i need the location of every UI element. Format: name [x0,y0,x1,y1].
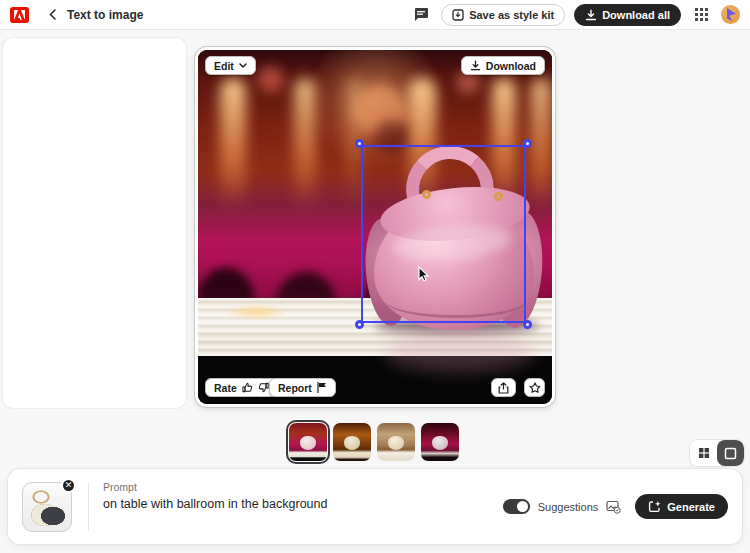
close-icon[interactable]: ✕ [61,478,76,493]
download-button[interactable]: Download [461,56,545,75]
download-label: Download [486,60,536,72]
thumbnail-variation-2[interactable] [333,423,371,461]
thumbnail-variation-1[interactable] [289,423,327,461]
selection-handle-top-left[interactable] [355,139,364,148]
save-style-kit-button[interactable]: Save as style kit [441,4,565,26]
prompt-field[interactable]: Prompt on table with ballroom in the bac… [103,479,327,511]
prompt-bar: ✕ Prompt on table with ballroom in the b… [8,469,742,544]
divider [88,483,89,531]
image-check-icon[interactable] [606,500,621,514]
user-avatar[interactable] [721,5,740,24]
generate-button[interactable]: Generate [635,494,728,519]
flag-icon [317,382,327,393]
share-icon [498,382,509,394]
share-button[interactable] [491,378,516,397]
adjacent-image-card[interactable] [3,38,186,408]
pointer-cursor [418,266,431,283]
page-title: Text to image [67,8,143,22]
firefly-app: Text to image Save as style kit Download… [0,0,750,553]
variation-thumbnails [289,423,459,461]
back-button[interactable] [43,6,61,24]
selection-box[interactable] [361,145,526,323]
edit-button[interactable]: Edit [205,56,256,75]
apps-grid-icon[interactable] [690,4,712,26]
generate-label: Generate [667,501,715,513]
download-all-button[interactable]: Download all [574,4,681,26]
report-label: Report [278,382,312,394]
save-style-kit-label: Save as style kit [469,9,554,21]
prompt-input[interactable]: on table with ballroom in the background [103,497,327,511]
generate-icon [648,500,661,513]
suggestions-label: Suggestions [538,501,599,513]
feedback-icon[interactable] [410,4,432,26]
selection-handle-bottom-right[interactable] [523,320,532,329]
generated-image[interactable]: Edit Download Rate Report [198,50,552,404]
thumbs-up-icon [242,382,253,393]
thumbs-down-icon [258,382,269,393]
top-bar: Text to image Save as style kit Download… [0,0,750,30]
suggestions-toggle[interactable] [503,499,530,514]
thumbnail-variation-4[interactable] [421,423,459,461]
favorite-star-button[interactable] [524,378,545,397]
grid-view-icon[interactable] [690,440,717,466]
chevron-down-icon [239,63,247,68]
generated-image-card: Edit Download Rate Report [195,47,555,407]
edit-label: Edit [214,60,234,72]
selection-handle-bottom-left[interactable] [355,320,364,329]
report-button[interactable]: Report [269,378,336,397]
download-all-label: Download all [602,9,670,21]
thumbnail-variation-3[interactable] [377,423,415,461]
single-view-icon[interactable] [717,440,744,466]
view-mode-toggle [690,440,744,466]
adobe-logo-icon[interactable] [10,7,29,23]
rate-button[interactable]: Rate [205,378,278,397]
download-icon [585,9,597,21]
download-icon [470,60,481,71]
selection-handle-top-right[interactable] [523,139,532,148]
style-kit-icon [452,9,464,21]
prompt-label: Prompt [103,481,327,493]
rate-label: Rate [214,382,237,394]
star-icon [529,382,541,394]
reference-image-thumbnail[interactable]: ✕ [22,482,72,532]
